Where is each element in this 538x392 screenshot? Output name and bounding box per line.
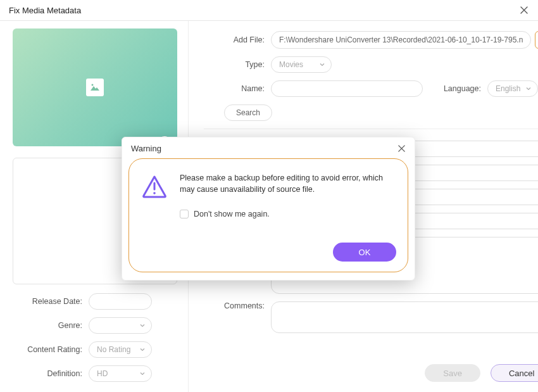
cancel-button[interactable]: Cancel xyxy=(491,364,538,382)
svg-point-1 xyxy=(92,84,94,86)
definition-select[interactable]: HD xyxy=(89,365,152,382)
svg-marker-0 xyxy=(91,86,99,91)
svg-point-3 xyxy=(153,192,156,194)
type-value: Movies xyxy=(279,60,303,69)
addfile-label: Add File: xyxy=(204,35,265,44)
comments-textarea[interactable] xyxy=(271,301,538,333)
media-thumbnail xyxy=(13,28,177,146)
type-select[interactable]: Movies xyxy=(271,56,332,73)
ok-button[interactable]: OK xyxy=(333,243,396,262)
dialog-title: Warning xyxy=(131,144,161,153)
genre-select[interactable] xyxy=(89,317,152,334)
window-close-button[interactable] xyxy=(519,5,529,15)
chevron-down-icon xyxy=(140,348,145,351)
dialog-close-button[interactable] xyxy=(397,144,406,153)
content-rating-value: No Rating xyxy=(97,345,130,354)
content-rating-select[interactable]: No Rating xyxy=(89,341,152,358)
warning-dialog: Warning Please make a backup before edit… xyxy=(122,137,415,281)
window-title: Fix Media Metadata xyxy=(9,6,81,15)
close-icon xyxy=(520,6,529,15)
chevron-down-icon xyxy=(140,372,145,376)
language-select[interactable]: English xyxy=(487,80,538,97)
addfile-path-value: F:\Wondershare UniConverter 13\Recorded\… xyxy=(279,35,523,44)
chevron-down-icon xyxy=(140,324,145,327)
release-date-input[interactable] xyxy=(89,293,152,310)
dialog-message: Please make a backup before editing to a… xyxy=(180,173,396,201)
definition-value: HD xyxy=(97,369,108,378)
section-divider xyxy=(204,129,538,129)
footer-buttons: Save Cancel xyxy=(425,364,538,382)
comments-label: Comments: xyxy=(204,301,265,310)
dontshow-checkbox[interactable] xyxy=(180,210,189,218)
genre-label: Genre: xyxy=(13,321,82,330)
type-label: Type: xyxy=(204,60,265,69)
release-date-label: Release Date: xyxy=(13,297,82,306)
sidebar-form: Release Date: Genre: Content Rating: No … xyxy=(13,293,175,389)
chevron-down-icon xyxy=(320,63,325,66)
warning-icon xyxy=(141,173,168,201)
content-rating-label: Content Rating: xyxy=(13,345,82,354)
language-value: English xyxy=(496,84,520,93)
search-button[interactable]: Search xyxy=(224,104,272,121)
save-button[interactable]: Save xyxy=(425,364,480,382)
chevron-down-icon xyxy=(526,87,531,91)
name-label: Name: xyxy=(204,84,265,93)
browse-folder-button[interactable] xyxy=(535,31,538,49)
title-bar: Fix Media Metadata xyxy=(0,0,538,20)
language-label: Language: xyxy=(430,84,481,93)
dontshow-label: Don't show me again. xyxy=(194,210,270,218)
addfile-path-input[interactable]: F:\Wondershare UniConverter 13\Recorded\… xyxy=(271,31,531,49)
close-icon xyxy=(397,144,406,153)
name-input[interactable] xyxy=(271,80,423,97)
image-placeholder-icon xyxy=(86,79,104,96)
definition-label: Definition: xyxy=(13,369,82,378)
